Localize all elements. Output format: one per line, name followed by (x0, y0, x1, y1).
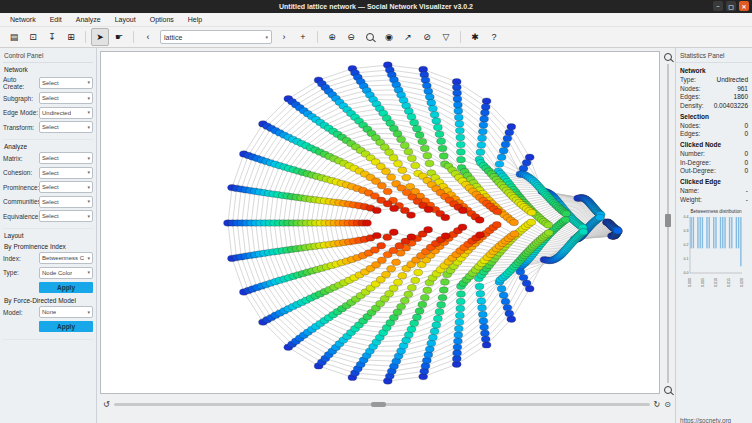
rotation-slider[interactable] (114, 403, 650, 406)
apply-button-by-prominence-index[interactable]: Apply (39, 282, 93, 293)
network-node[interactable] (437, 302, 446, 308)
menu-analyze[interactable]: Analyze (70, 15, 107, 24)
network-node[interactable] (479, 318, 488, 324)
zoom-in-icon[interactable] (664, 53, 672, 61)
analyze-select-equivalence[interactable]: Select▾ (39, 210, 93, 222)
analyze-select-matrix[interactable]: Select▾ (39, 152, 93, 164)
network-node[interactable] (505, 310, 514, 316)
network-node[interactable] (478, 311, 487, 317)
network-node[interactable] (452, 84, 461, 90)
network-node[interactable] (544, 222, 553, 228)
network-canvas[interactable] (100, 51, 660, 394)
network-node[interactable] (430, 112, 439, 118)
network-node[interactable] (429, 334, 438, 340)
network-node[interactable] (475, 217, 484, 223)
network-node[interactable] (429, 105, 438, 111)
rotate-right-icon[interactable]: ↻ (654, 401, 661, 409)
network-node[interactable] (424, 352, 433, 358)
network-node[interactable] (427, 100, 436, 106)
network-node[interactable] (415, 308, 424, 314)
network-node[interactable] (519, 274, 528, 280)
network-node[interactable] (455, 319, 464, 325)
network-node[interactable] (454, 332, 463, 338)
filter-edges-button[interactable]: ▽ (437, 28, 455, 46)
network-node[interactable] (400, 142, 409, 148)
network-node[interactable] (437, 138, 446, 144)
network-node[interactable] (522, 160, 531, 166)
rotation-slider-handle[interactable] (371, 402, 386, 407)
network-node[interactable] (422, 357, 431, 363)
network-node[interactable] (377, 243, 386, 249)
network-node[interactable] (372, 207, 381, 213)
network-node[interactable] (434, 315, 443, 321)
new-network-button[interactable]: ▤ (5, 28, 23, 46)
network-node[interactable] (477, 142, 486, 148)
network-node[interactable] (425, 94, 434, 100)
network-node[interactable] (407, 114, 416, 120)
network-node[interactable] (499, 292, 508, 298)
network-node[interactable] (454, 102, 463, 108)
network-node[interactable] (527, 219, 536, 225)
pan-mode-button[interactable]: ☛ (110, 28, 128, 46)
network-node[interactable] (423, 153, 432, 159)
network-node[interactable] (457, 291, 466, 297)
analyze-select-prominence[interactable]: Select▾ (39, 181, 93, 193)
network-node[interactable] (503, 304, 512, 310)
network-node[interactable] (438, 294, 447, 300)
network-node[interactable] (389, 229, 398, 235)
network-node[interactable] (404, 291, 413, 297)
network-node[interactable] (481, 336, 490, 342)
network-select-auto-create[interactable]: Select▾ (39, 77, 93, 89)
network-node[interactable] (457, 157, 466, 163)
network-node[interactable] (392, 259, 401, 265)
network-node[interactable] (411, 162, 420, 168)
network-node[interactable] (456, 312, 465, 318)
network-node[interactable] (413, 314, 422, 320)
network-node[interactable] (389, 155, 398, 161)
network-node[interactable] (493, 208, 502, 214)
network-node[interactable] (432, 322, 441, 328)
network-node[interactable] (387, 174, 396, 180)
network-select-transform[interactable]: Select▾ (39, 121, 93, 133)
apply-button-by-force-directed-model[interactable]: Apply (39, 321, 93, 332)
network-node[interactable] (480, 324, 489, 330)
menu-network[interactable]: Network (4, 15, 42, 24)
network-node[interactable] (478, 305, 487, 311)
network-node[interactable] (435, 309, 444, 315)
network-node[interactable] (432, 118, 441, 124)
network-node[interactable] (476, 149, 485, 155)
zoom-slider[interactable] (667, 64, 669, 383)
network-node[interactable] (390, 205, 399, 211)
network-node[interactable] (501, 141, 510, 147)
by-prominence-index-select-type[interactable]: Node Color▾ (39, 267, 93, 279)
by-force-directed-model-select-model[interactable]: None▾ (39, 306, 93, 318)
network-node[interactable] (476, 291, 485, 297)
network-node[interactable] (481, 110, 490, 116)
network-node[interactable] (372, 232, 381, 238)
network-node[interactable] (501, 298, 510, 304)
open-network-button[interactable]: ⊡ (24, 28, 42, 46)
network-node[interactable] (481, 330, 490, 336)
network-node[interactable] (482, 98, 491, 104)
network-node[interactable] (499, 148, 508, 154)
network-node[interactable] (424, 227, 433, 233)
network-node[interactable] (596, 214, 605, 220)
network-node[interactable] (458, 224, 467, 230)
network-node[interactable] (363, 220, 372, 226)
network-node[interactable] (430, 328, 439, 334)
maximize-button[interactable]: ▢ (726, 1, 736, 11)
network-node[interactable] (441, 279, 450, 285)
network-node[interactable] (423, 287, 432, 293)
network-node[interactable] (407, 234, 416, 240)
network-node[interactable] (457, 149, 466, 155)
network-node[interactable] (411, 277, 420, 283)
network-node[interactable] (413, 126, 422, 132)
add-node-button[interactable]: ⊕ (323, 28, 341, 46)
network-node[interactable] (456, 141, 465, 147)
minimize-button[interactable]: – (713, 1, 723, 11)
network-node[interactable] (389, 285, 398, 291)
network-node[interactable] (424, 206, 433, 212)
network-node[interactable] (418, 138, 427, 144)
close-button[interactable]: ✕ (739, 1, 749, 11)
reset-view-icon[interactable]: ⊙ (664, 401, 671, 409)
